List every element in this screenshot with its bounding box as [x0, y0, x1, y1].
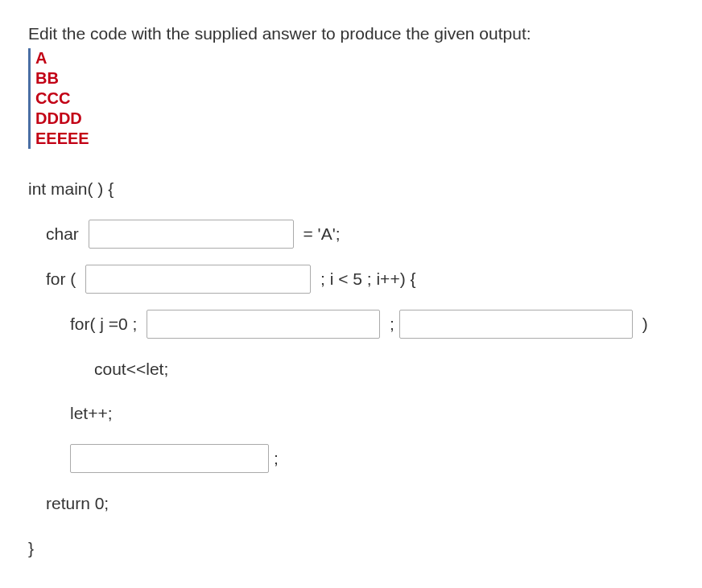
code-letpp: let++;: [70, 397, 113, 430]
code-semicolon: ;: [274, 442, 279, 475]
code-char-label: char: [46, 218, 84, 250]
code-for2-tail: ): [638, 308, 648, 340]
blank-char-varname[interactable]: [89, 220, 294, 249]
instruction-text: Edit the code with the supplied answer t…: [28, 24, 674, 43]
code-for2-lead: for( j =0 ;: [70, 308, 142, 340]
code-return: return 0;: [28, 487, 109, 520]
output-line: A: [35, 48, 674, 68]
code-for1-tail: ; i < 5 ; i++) {: [316, 263, 415, 295]
code-for2-mid: ;: [385, 308, 394, 340]
code-main-decl: int main( ) {: [28, 173, 114, 205]
blank-tail-stmt[interactable]: [70, 444, 269, 473]
code-for1-lead: for (: [46, 263, 81, 295]
output-line: CCC: [35, 88, 674, 109]
output-line: DDDD: [35, 109, 674, 129]
output-line: BB: [35, 68, 674, 88]
code-brace: }: [28, 532, 34, 565]
code-char-tail: = 'A';: [299, 218, 341, 250]
output-line: EEEEE: [35, 129, 674, 149]
expected-output-block: A BB CCC DDDD EEEEE: [28, 48, 674, 149]
code-block: int main( ) { char = 'A'; for ( ; i < 5 …: [28, 173, 674, 565]
blank-for2-cond[interactable]: [147, 310, 380, 339]
code-cout: cout<<let;: [94, 353, 168, 385]
blank-for1-init[interactable]: [85, 265, 311, 294]
blank-for2-inc[interactable]: [399, 310, 633, 339]
